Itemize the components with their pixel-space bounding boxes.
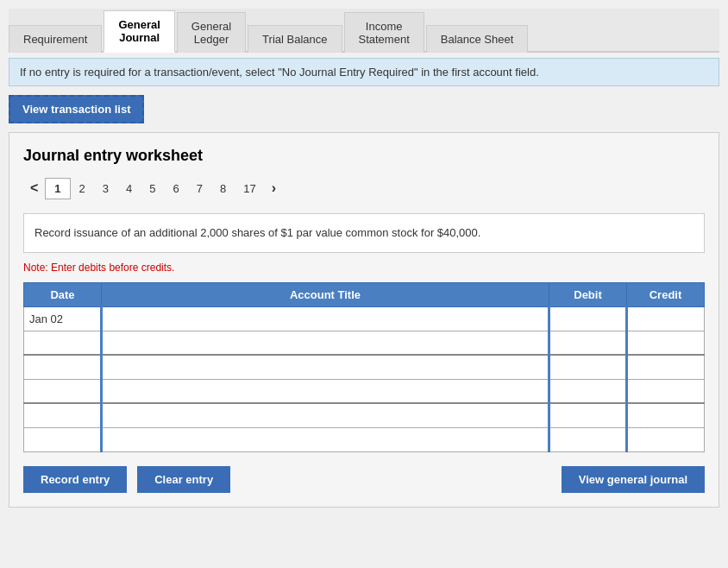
table-row bbox=[24, 427, 705, 451]
table-row bbox=[24, 403, 705, 427]
account-input-5[interactable] bbox=[103, 404, 548, 427]
tab-trial-balance[interactable]: Trial Balance bbox=[248, 25, 342, 53]
date-cell-2 bbox=[24, 331, 102, 355]
account-input-1[interactable] bbox=[103, 307, 548, 331]
debit-cell-3[interactable] bbox=[549, 355, 627, 379]
credit-cell-4[interactable] bbox=[627, 379, 705, 403]
credit-input-3[interactable] bbox=[628, 356, 704, 379]
credit-input-1[interactable] bbox=[628, 307, 704, 331]
page-1[interactable]: 1 bbox=[45, 178, 70, 199]
tab-general-ledger[interactable]: GeneralLedger bbox=[177, 12, 246, 53]
account-input-4[interactable] bbox=[103, 380, 548, 403]
date-cell-3 bbox=[24, 355, 102, 379]
account-cell-6[interactable] bbox=[102, 427, 549, 451]
table-row: Jan 02 bbox=[24, 306, 705, 331]
info-banner: If no entry is required for a transactio… bbox=[9, 58, 719, 86]
page-5[interactable]: 5 bbox=[141, 179, 164, 199]
account-input-3[interactable] bbox=[103, 356, 548, 379]
page-4[interactable]: 4 bbox=[117, 179, 141, 199]
page-3[interactable]: 3 bbox=[94, 179, 117, 199]
page-6[interactable]: 6 bbox=[165, 179, 188, 199]
credit-input-5[interactable] bbox=[628, 404, 704, 427]
tab-balance-sheet[interactable]: Balance Sheet bbox=[426, 25, 529, 53]
page-8[interactable]: 8 bbox=[211, 179, 235, 199]
credit-input-2[interactable] bbox=[628, 331, 704, 355]
view-general-journal-button[interactable]: View general journal bbox=[562, 466, 705, 493]
debit-input-4[interactable] bbox=[550, 380, 625, 403]
date-cell-6 bbox=[24, 427, 102, 451]
pagination: < 1 2 3 4 5 6 7 8 17 › bbox=[23, 177, 705, 199]
view-transaction-button[interactable]: View transaction list bbox=[9, 95, 144, 123]
page-2[interactable]: 2 bbox=[71, 179, 94, 199]
date-cell-1: Jan 02 bbox=[24, 306, 102, 331]
table-row bbox=[24, 355, 705, 379]
debit-cell-2[interactable] bbox=[549, 331, 627, 355]
header-debit: Debit bbox=[549, 282, 627, 306]
note-text: Note: Enter debits before credits. bbox=[23, 262, 705, 274]
debit-cell-4[interactable] bbox=[549, 379, 627, 403]
account-cell-1[interactable] bbox=[102, 306, 549, 331]
date-cell-5 bbox=[24, 403, 102, 427]
prev-page-arrow[interactable]: < bbox=[23, 177, 45, 199]
journal-table: Date Account Title Debit Credit Jan 02 bbox=[23, 282, 705, 452]
tabs-bar: Requirement GeneralJournal GeneralLedger… bbox=[9, 9, 719, 53]
account-cell-3[interactable] bbox=[102, 355, 549, 379]
account-cell-2[interactable] bbox=[102, 331, 549, 355]
tab-income-statement[interactable]: IncomeStatement bbox=[344, 12, 424, 53]
credit-cell-6[interactable] bbox=[627, 427, 705, 451]
credit-cell-3[interactable] bbox=[627, 355, 705, 379]
header-account: Account Title bbox=[102, 282, 549, 306]
clear-entry-button[interactable]: Clear entry bbox=[137, 466, 230, 493]
credit-input-4[interactable] bbox=[628, 380, 704, 403]
debit-cell-5[interactable] bbox=[549, 403, 627, 427]
account-cell-4[interactable] bbox=[102, 379, 549, 403]
tab-general-journal[interactable]: GeneralJournal bbox=[104, 10, 174, 53]
account-input-2[interactable] bbox=[103, 331, 548, 355]
debit-cell-1[interactable] bbox=[549, 306, 627, 331]
date-cell-4 bbox=[24, 379, 102, 403]
debit-input-1[interactable] bbox=[550, 307, 625, 331]
transaction-description: Record issuance of an additional 2,000 s… bbox=[23, 213, 705, 253]
credit-cell-5[interactable] bbox=[627, 403, 705, 427]
account-input-6[interactable] bbox=[103, 428, 548, 451]
record-entry-button[interactable]: Record entry bbox=[23, 466, 127, 493]
header-credit: Credit bbox=[627, 282, 705, 306]
debit-cell-6[interactable] bbox=[549, 427, 627, 451]
worksheet-container: Journal entry worksheet < 1 2 3 4 5 6 7 … bbox=[9, 132, 719, 508]
header-date: Date bbox=[24, 282, 102, 306]
account-cell-5[interactable] bbox=[102, 403, 549, 427]
credit-cell-2[interactable] bbox=[627, 331, 705, 355]
page-17[interactable]: 17 bbox=[235, 179, 264, 199]
bottom-buttons: Record entry Clear entry View general jo… bbox=[23, 466, 705, 493]
tab-requirement[interactable]: Requirement bbox=[9, 25, 102, 53]
debit-input-5[interactable] bbox=[550, 404, 625, 427]
table-row bbox=[24, 331, 705, 355]
page-7[interactable]: 7 bbox=[188, 179, 211, 199]
debit-input-3[interactable] bbox=[550, 356, 625, 379]
table-row bbox=[24, 379, 705, 403]
next-page-arrow[interactable]: › bbox=[265, 177, 283, 199]
credit-cell-1[interactable] bbox=[627, 306, 705, 331]
credit-input-6[interactable] bbox=[628, 428, 704, 451]
debit-input-2[interactable] bbox=[550, 331, 625, 355]
debit-input-6[interactable] bbox=[550, 428, 625, 451]
worksheet-title: Journal entry worksheet bbox=[23, 147, 705, 165]
